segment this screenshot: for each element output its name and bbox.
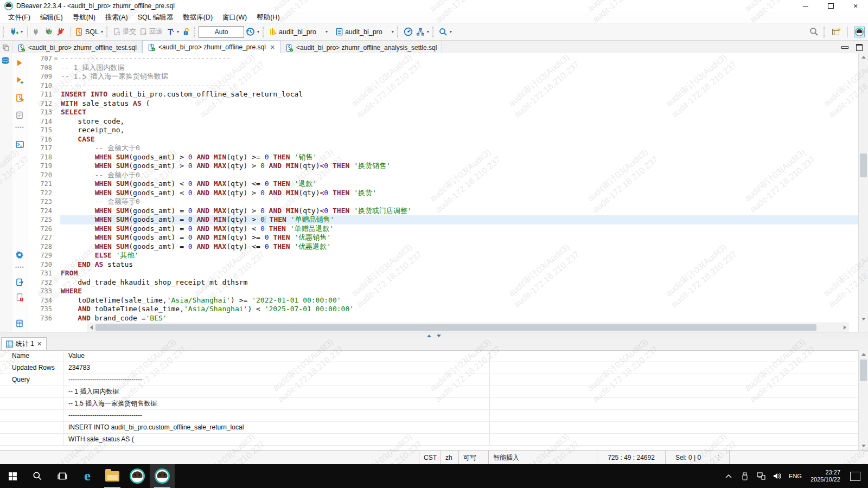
code-line[interactable]: 718 WHEN SUM(goods_amt) > 0 AND MIN(qty)… [28,153,858,162]
transaction-log-button[interactable]: ▾ [164,27,181,37]
code-line[interactable]: 726 WHEN SUM(goods_amt) = 0 AND MAX(qty)… [28,224,858,234]
network-icon[interactable] [754,472,768,480]
code-line[interactable]: 730 END AS status [28,260,858,269]
code-line[interactable]: 733WHERE [28,287,858,296]
execute-statement-icon[interactable] [14,57,25,68]
editor-vertical-scrollbar[interactable] [858,53,868,332]
menu-item-3[interactable]: 搜索(A) [100,12,133,23]
sash-collapse-up-icon[interactable] [427,335,431,337]
task-view-button[interactable] [50,464,75,488]
maximize-button[interactable] [818,0,843,12]
menu-item-2[interactable]: 导航(N) [68,12,100,23]
open-perspective-icon[interactable] [832,27,841,36]
internet-explorer-button[interactable]: e [75,464,100,488]
lock-button[interactable] [181,27,192,37]
stats-col-name[interactable]: Name [0,350,63,362]
code-line[interactable]: 732 dwd_trade_hkaudit_shop_receipt_mt dt… [28,278,858,287]
code-line[interactable]: 715 receipt_no, [28,126,858,135]
code-line[interactable]: 735 AND toDateTime(sale_time,'Asia/Shang… [28,305,858,314]
editor-tab-1[interactable]: <audit_bi_pro> zhumr_offline_pre.sql✕ [142,40,280,54]
global-search-icon[interactable] [809,27,819,36]
maximize-view-icon[interactable] [856,44,863,51]
status-overflow-dots[interactable]: ⋮ [711,451,729,465]
code-line[interactable]: 709-- 1.5 插入海一家换货销售数据 [28,72,858,81]
code-area[interactable]: 707⊖------------------------------------… [28,53,858,332]
code-line[interactable]: 716 CASE [28,135,858,144]
code-line[interactable]: 708-- 1 插入国内数据 [28,63,858,73]
open-console-icon[interactable] [14,139,25,150]
status-selection[interactable]: Sel: 0 | 0 [665,451,711,465]
status-caret-position[interactable]: 725 : 49 : 24692 [597,451,665,465]
volume-icon[interactable] [770,472,784,480]
restore-panes-icon[interactable] [0,41,12,54]
menu-item-6[interactable]: 窗口(W) [218,12,252,23]
code-line[interactable]: 714 store_code, [28,117,858,126]
statistics-tab[interactable]: 统计 1 ✕ [1,337,47,350]
code-line[interactable]: 711INSERT INTO audit_bi_pro.custom_offli… [28,90,858,99]
explain-plan-icon[interactable] [14,110,25,120]
code-line[interactable]: 722 WHEN SUM(goods_amt) < 0 AND MAX(qty)… [28,189,858,198]
menu-item-5[interactable]: 数据库(D) [178,12,218,23]
stats-row[interactable]: Query---------------------------------- [0,374,859,386]
code-line[interactable]: 724 WHEN SUM(goods_amt) = 0 AND MAX(qty)… [28,207,858,216]
close-button[interactable]: × [843,0,868,12]
code-line[interactable]: 723 -- 金额等于0 [28,197,858,207]
code-line[interactable]: 727 WHEN SUM(goods_amt) = 0 AND MIN(qty)… [28,233,858,242]
code-line[interactable]: 725 WHEN SUM(goods_amt) = 0 AND MIN(qty)… [28,215,858,224]
taskbar-search-button[interactable] [25,464,50,488]
status-locale[interactable]: zh [441,451,458,465]
status-timezone[interactable]: CST [419,451,441,465]
sash-collapse-down-icon[interactable] [437,335,441,337]
collapsed-db-navigator[interactable] [0,53,11,332]
stats-row[interactable]: ---------------------------------- [0,410,859,422]
stats-row[interactable]: Updated Rows234783 [0,362,859,374]
code-line[interactable]: 712WITH sale_status AS ( [28,99,858,108]
status-insert-mode[interactable]: 智能插入 [488,451,597,465]
code-line[interactable]: 728 WHEN SUM(goods_amt) = 0 AND MAX(qty)… [28,242,858,252]
code-line[interactable]: 707⊖------------------------------------… [28,54,858,63]
code-line[interactable]: 731FROM [28,269,858,278]
grid-document-icon[interactable] [14,318,25,329]
validation-error-doc-icon[interactable] [14,292,25,303]
close-tab-icon[interactable]: ✕ [270,44,275,51]
code-line[interactable]: 729 ELSE '其他' [28,251,858,260]
menu-item-4[interactable]: SQL 编辑器 [133,12,178,23]
stats-row[interactable]: -- 1.5 插入海一家换货销售数据 [0,398,859,410]
menu-item-1[interactable]: 编辑(E) [35,12,68,23]
schema-selector[interactable]: audit_bi_pro ▾ [334,27,395,37]
language-indicator[interactable]: ENG [787,473,804,479]
execute-new-tab-icon[interactable] [14,75,25,86]
code-line[interactable]: 719 WHEN SUM(goods_amt) > 0 AND MAX(qty)… [28,162,858,171]
action-center-icon[interactable] [850,472,860,481]
dbeaver-taskbar-button[interactable] [125,464,150,488]
minimize-button[interactable] [793,0,818,12]
stats-col-value[interactable]: Value [63,350,490,362]
execute-script-icon[interactable] [14,92,25,103]
editor-horizontal-scrollbar[interactable] [87,323,849,332]
tray-expand-chevron[interactable] [722,474,736,478]
code-line[interactable]: 713SELECT [28,108,858,117]
new-sql-editor-button[interactable]: SQL ▾ [73,27,105,37]
start-button[interactable] [0,464,25,488]
menu-item-7[interactable]: 帮助(H) [252,12,284,23]
stats-row[interactable]: INSERT INTO audit_bi_pro.custom_offline_… [0,422,859,434]
editor-tab-0[interactable]: <audit_bi_pro> zhumr_offline_test.sql [12,41,142,54]
dbeaver-perspective-button[interactable] [854,27,865,37]
status-writable[interactable]: 可写 [458,451,488,465]
connect-button[interactable]: ▾ [8,26,24,37]
code-line[interactable]: 710-------------------------------------… [28,81,858,91]
disconnected-plug-button[interactable] [30,27,42,37]
autocommit-select[interactable]: Auto [199,26,244,38]
code-line[interactable]: 720 -- 金额小于0 [28,171,858,180]
code-line[interactable]: 721 WHEN SUM(goods_amt) < 0 AND MAX(qty)… [28,179,858,189]
taskbar-clock[interactable]: 23:27 2025/10/22 [806,469,845,483]
panel-vertical-scrollbar[interactable] [858,350,868,450]
er-diagram-button[interactable]: ▾ [414,27,431,37]
export-data-icon[interactable] [14,277,25,287]
dashboard-button[interactable] [402,26,414,37]
rollback-button[interactable]: 回滚 [138,26,164,37]
editor-tab-2[interactable]: <audit_bi_pro> zhumr_offline_analysis_se… [280,41,442,54]
usb-device-icon[interactable] [738,472,752,480]
settings-gear-icon[interactable] [14,249,25,260]
code-line[interactable]: 734 toDateTime(sale_time,'Asia/Shanghai'… [28,296,858,305]
